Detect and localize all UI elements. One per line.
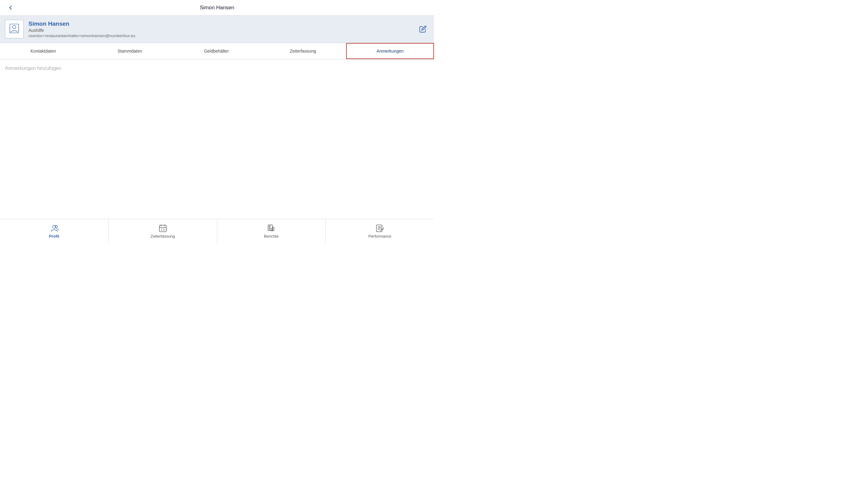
berichte-icon bbox=[267, 224, 276, 233]
svg-rect-18 bbox=[376, 225, 382, 232]
tab-geldbehaelter[interactable]: Geldbehälter bbox=[173, 43, 260, 59]
bottom-nav-zeiterfassung[interactable]: Zeiterfassung bbox=[108, 219, 217, 244]
bottom-nav-performance[interactable]: Performance bbox=[326, 219, 434, 244]
edit-button[interactable] bbox=[417, 23, 429, 35]
profile-info: Simon Hansen Aushilfe userdoc+restaurant… bbox=[29, 21, 429, 38]
bottom-nav-profil[interactable]: Profil bbox=[0, 219, 108, 244]
svg-point-1 bbox=[13, 25, 16, 29]
top-bar: Simon Hansen bbox=[0, 0, 434, 15]
svg-rect-4 bbox=[159, 225, 166, 232]
svg-rect-12 bbox=[268, 225, 272, 230]
tab-kontaktdaten[interactable]: Kontaktdaten bbox=[0, 43, 87, 59]
profile-name: Simon Hansen bbox=[29, 21, 429, 27]
bottom-nav-berichte[interactable]: Berichte bbox=[217, 219, 326, 244]
tab-bar: Kontaktdaten Stammdaten Geldbehälter Zei… bbox=[0, 43, 434, 59]
empty-notes-placeholder: Anmerkungen hinzufügen bbox=[5, 66, 61, 71]
bottom-nav-profil-label: Profil bbox=[49, 234, 59, 238]
avatar bbox=[5, 20, 24, 38]
page-title: Simon Hansen bbox=[200, 5, 234, 11]
bottom-nav-berichte-label: Berichte bbox=[264, 234, 279, 238]
user-avatar-icon bbox=[9, 23, 20, 35]
back-button[interactable] bbox=[5, 2, 16, 13]
tab-stammdaten[interactable]: Stammdaten bbox=[87, 43, 173, 59]
profile-email: userdoc+restaurantamhafen+simonhansen@nu… bbox=[29, 33, 429, 38]
main-content: Anmerkungen hinzufügen bbox=[0, 59, 434, 219]
svg-rect-17 bbox=[273, 227, 274, 231]
tab-zeiterfassung[interactable]: Zeiterfassung bbox=[260, 43, 346, 59]
bottom-nav: Profil Zeiterfassung Berichte bbox=[0, 219, 434, 244]
bottom-nav-zeiterfassung-label: Zeiterfassung bbox=[150, 234, 175, 238]
performance-icon bbox=[375, 224, 384, 233]
bottom-nav-performance-label: Performance bbox=[368, 234, 391, 238]
profil-icon bbox=[50, 224, 59, 233]
profile-role: Aushilfe bbox=[29, 28, 429, 33]
zeiterfassung-icon bbox=[158, 224, 167, 233]
profile-header: Simon Hansen Aushilfe userdoc+restaurant… bbox=[0, 15, 434, 43]
tab-anmerkungen[interactable]: Anmerkungen bbox=[346, 43, 434, 59]
